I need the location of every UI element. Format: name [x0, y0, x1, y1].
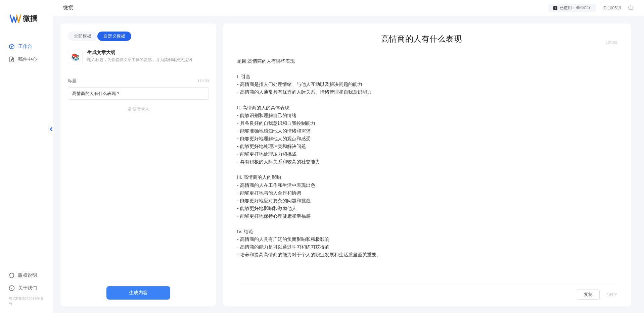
- sidebar-bottom: 版权说明 关于我们 鄂ICP备2022016946号: [0, 266, 53, 313]
- output-header-count: 10/100: [606, 40, 617, 44]
- brand-logo: 微撰: [0, 0, 53, 30]
- nav-menu: 工作台 稿件中心: [0, 30, 53, 76]
- right-panel: 高情商的人有什么表现 10/100 题目:高情商的人有哪些表现 I. 引言 - …: [223, 23, 631, 306]
- nav-item-label: 关于我们: [18, 285, 37, 291]
- output-title: 高情商的人有什么表现: [237, 34, 606, 44]
- output-footer: 复制 404字: [237, 284, 617, 300]
- sidebar: 微撰 工作台 稿件中心 版权说明 关于我们 鄂ICP备2022016946号: [0, 0, 53, 313]
- icp-text: 鄂ICP备2022016946号: [0, 295, 53, 310]
- nav-item-label: 工作台: [18, 44, 32, 50]
- title-input[interactable]: [68, 87, 209, 100]
- nav-item-workbench[interactable]: 工作台: [0, 40, 53, 53]
- voice-input-label: 语音录入: [133, 106, 149, 112]
- nav-item-label: 稿件中心: [18, 56, 37, 62]
- power-icon[interactable]: [628, 4, 634, 12]
- logo-icon: [10, 14, 21, 23]
- generate-button[interactable]: 生成内容: [106, 286, 170, 300]
- books-icon: 📚: [68, 50, 83, 64]
- brand-name: 微撰: [23, 13, 38, 23]
- top-header: 微撰 T 已使用：45641字 ID:100519: [53, 0, 644, 16]
- left-panel: 全部模板 自定义模板 📚 生成文章大纲 输入标题，为你提供文章主体的灵感，并为其…: [60, 23, 216, 306]
- voice-input-button[interactable]: 语音录入: [68, 106, 209, 112]
- function-desc: 输入标题，为你提供文章主体的灵感，并为其创建推文提纲: [87, 57, 192, 63]
- copy-button[interactable]: 复制: [577, 290, 600, 300]
- sidebar-collapse-handle[interactable]: [49, 124, 54, 134]
- cube-icon: [9, 44, 15, 50]
- output-body: 题目:高情商的人有哪些表现 I. 引言 - 高情商是指人们处理情绪、与他人互动以…: [237, 57, 617, 280]
- info-icon: [9, 285, 15, 291]
- svg-text:T: T: [554, 6, 556, 10]
- field-label-text: 标题: [68, 78, 77, 84]
- main-area: 微撰 T 已使用：45641字 ID:100519 全部模板 自定义模板 📚 生…: [53, 0, 644, 313]
- nav-item-drafts[interactable]: 稿件中心: [0, 53, 53, 66]
- function-card: 📚 生成文章大纲 输入标题，为你提供文章主体的灵感，并为其创建推文提纲: [68, 50, 209, 64]
- tab-all-templates[interactable]: 全部模板: [68, 32, 97, 41]
- mic-icon: [128, 107, 132, 112]
- document-icon: [9, 56, 15, 62]
- page-title: 微撰: [63, 5, 73, 11]
- usage-badge: T 已使用：45641字: [548, 4, 596, 12]
- shield-icon: [9, 272, 15, 278]
- title-field-label-row: 标题 11/100: [68, 78, 209, 84]
- usage-text: 已使用：45641字: [560, 5, 591, 11]
- function-title: 生成文章大纲: [87, 50, 192, 56]
- content-area: 全部模板 自定义模板 📚 生成文章大纲 输入标题，为你提供文章主体的灵感，并为其…: [53, 16, 644, 313]
- tab-custom-templates[interactable]: 自定义模板: [97, 32, 131, 41]
- char-count: 11/100: [197, 79, 209, 83]
- template-tabs: 全部模板 自定义模板: [68, 32, 209, 41]
- nav-item-copyright[interactable]: 版权说明: [0, 269, 53, 282]
- nav-item-label: 版权说明: [18, 272, 37, 278]
- nav-item-about[interactable]: 关于我们: [0, 282, 53, 295]
- word-count: 404字: [606, 292, 617, 298]
- user-id: ID:100519: [603, 6, 621, 10]
- output-header: 高情商的人有什么表现 10/100: [237, 34, 617, 50]
- chevron-left-icon: [50, 127, 53, 132]
- svg-rect-6: [129, 107, 130, 110]
- text-icon: T: [553, 6, 558, 10]
